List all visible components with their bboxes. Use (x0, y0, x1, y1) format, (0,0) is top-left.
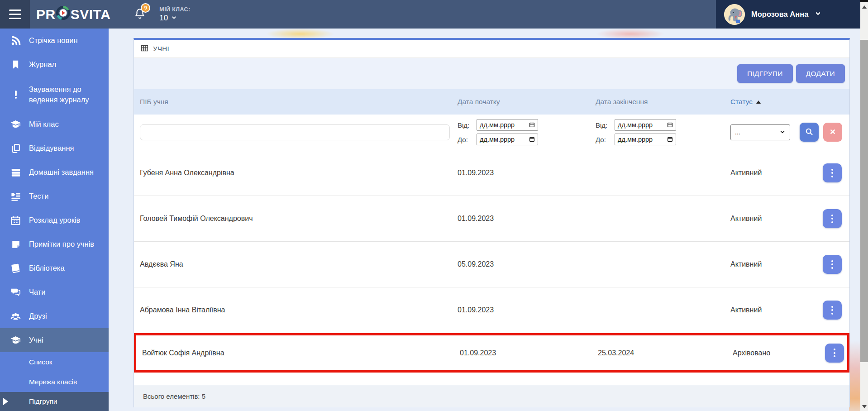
sidebar-item-label: Стрічка новин (29, 36, 78, 45)
row-actions-button[interactable] (823, 163, 842, 182)
tasks-icon (10, 191, 21, 202)
sidebar-item-student-notes[interactable]: Примітки про учнів (0, 232, 109, 256)
sidebar-item-library[interactable]: Бібліотека (0, 256, 109, 280)
sidebar-item-label: Учні (29, 336, 43, 344)
scroll-down-arrow[interactable] (862, 405, 867, 408)
from-label: Від: (596, 121, 611, 129)
sidebar-item-attendance[interactable]: Відвідування (0, 136, 109, 160)
sidebar-item-friends[interactable]: Друзі (0, 304, 109, 328)
total-elements-text: Всього елементів: 5 (143, 392, 205, 400)
start-date: 01.09.2023 (458, 215, 596, 223)
date-placeholder: дд.мм.рррр (618, 121, 653, 129)
bell-icon (134, 13, 146, 21)
sidebar-item-journal-remarks[interactable]: Зауваження до ведення журналу (0, 76, 109, 112)
list-icon (10, 167, 21, 178)
clear-filters-button[interactable] (823, 123, 842, 142)
book-icon (10, 263, 21, 274)
student-name: Авдєєва Яна (140, 260, 458, 268)
calendar-picker-icon[interactable] (529, 136, 535, 143)
table-grid-icon (141, 44, 148, 53)
pages-icon (10, 143, 21, 154)
main-content: УЧНІ ПІДГРУПИ ДОДАТИ ПІБ учня Дата почат… (109, 29, 860, 411)
graduation-cap-icon (10, 119, 21, 130)
sidebar-item-label: Підгрупи (29, 397, 57, 406)
status-header-label: Статус (730, 98, 753, 106)
add-button[interactable]: ДОДАТИ (796, 64, 845, 83)
logo-text-post: SVITA (71, 7, 111, 22)
row-actions-button[interactable] (823, 209, 842, 228)
avatar (724, 4, 745, 25)
status-select-value: ... (735, 129, 740, 136)
start-date-from-input[interactable]: дд.мм.рррр (477, 119, 538, 131)
start-date: 01.09.2023 (460, 349, 598, 357)
user-chevron-down-icon (815, 10, 821, 19)
end-date-from-input[interactable]: дд.мм.рррр (615, 119, 676, 131)
page-title: УЧНІ (153, 45, 169, 53)
status-value: Активний (730, 306, 823, 314)
date-placeholder: дд.мм.рррр (618, 136, 653, 143)
student-name: Войтюк Софія Андріївна (142, 349, 460, 357)
row-actions-button[interactable] (823, 255, 842, 274)
logo-text-pre: PR (36, 7, 56, 22)
sidebar-item-tests[interactable]: Тести (0, 184, 109, 208)
from-label: Від: (458, 121, 473, 129)
table-row: Авдєєва Яна 05.09.2023 Активний (134, 242, 849, 287)
end-date-filter: Від: дд.мм.рррр До: дд.мм.рррр (596, 119, 730, 145)
row-actions-button[interactable] (825, 344, 844, 363)
user-menu[interactable]: Морозова Анна (716, 0, 860, 29)
date-placeholder: дд.мм.рррр (480, 136, 515, 143)
date-placeholder: дд.мм.рррр (480, 121, 515, 129)
sidebar-item-journal[interactable]: Журнал (0, 53, 109, 76)
hamburger-menu-button[interactable] (0, 0, 30, 29)
column-header-start-date[interactable]: Дата початку (458, 98, 596, 106)
sidebar-item-news-feed[interactable]: Стрічка новин (0, 29, 109, 53)
end-date: 25.03.2024 (598, 349, 733, 357)
calendar-picker-icon[interactable] (667, 136, 673, 143)
sidebar-item-label: Чати (29, 288, 46, 296)
status-filter-select[interactable]: ... (730, 124, 790, 140)
subgroups-button[interactable]: ПІДГРУПИ (737, 64, 793, 83)
column-header-status[interactable]: Статус (730, 98, 823, 106)
sidebar-item-students[interactable]: Учні (0, 328, 109, 352)
background-artifact (849, 341, 860, 411)
notification-count-badge: 9 (141, 3, 150, 13)
sidebar-item-class-network[interactable]: Мережа класів (0, 372, 109, 392)
column-header-name[interactable]: ПІБ учня (140, 98, 458, 106)
calendar-picker-icon[interactable] (529, 121, 535, 129)
sidebar-item-label: Зауваження до ведення журналу (29, 84, 101, 105)
student-name: Губеня Анна Олександрівна (140, 169, 458, 177)
start-date-to-input[interactable]: дд.мм.рррр (477, 134, 538, 145)
column-header-end-date[interactable]: Дата закінчення (596, 98, 730, 106)
sidebar-item-subgroups[interactable]: Підгрупи (0, 392, 109, 411)
table-footer: Всього елементів: 5 (134, 385, 849, 407)
name-filter-input[interactable] (140, 124, 450, 140)
calendar-picker-icon[interactable] (667, 121, 673, 129)
sidebar-item-schedule[interactable]: Розклад уроків (0, 208, 109, 232)
toolbar: ПІДГРУПИ ДОДАТИ (134, 58, 849, 89)
sidebar-item-students-list[interactable]: Список (0, 352, 109, 372)
search-button[interactable] (800, 123, 819, 142)
vertical-scrollbar[interactable] (860, 0, 868, 411)
class-value: 10 (159, 14, 168, 23)
sidebar-item-label: Журнал (29, 60, 56, 69)
search-icon (805, 127, 814, 138)
sidebar-item-label: Бібліотека (29, 264, 65, 272)
sidebar-item-homework[interactable]: Домашні завдання (0, 160, 109, 184)
sidebar-item-chats[interactable]: Чати (0, 280, 109, 304)
filter-row: Від: дд.мм.рррр До: дд.мм.рррр Від: (134, 115, 849, 150)
row-actions-button[interactable] (823, 301, 842, 320)
table-row-highlighted: Войтюк Софія Андріївна 01.09.2023 25.03.… (136, 335, 847, 370)
sidebar-item-my-class[interactable]: Мій клас (0, 112, 109, 136)
sidebar-item-label: Тести (29, 192, 48, 201)
notifications-button[interactable]: 9 (134, 8, 146, 21)
select-chevron-down-icon (779, 129, 786, 136)
note-icon (10, 239, 21, 250)
scrollbar-thumb[interactable] (860, 40, 868, 362)
chat-icon (10, 287, 21, 298)
end-date-to-input[interactable]: дд.мм.рррр (615, 134, 676, 145)
class-selector[interactable]: 10 (159, 14, 190, 23)
topbar: PR SVITA 9 МІЙ КЛАС: 10 (0, 0, 860, 29)
table-row: Головей Тимофій Олександрович 01.09.2023… (134, 196, 849, 242)
scroll-up-arrow[interactable] (862, 5, 867, 9)
spacer (134, 373, 849, 385)
